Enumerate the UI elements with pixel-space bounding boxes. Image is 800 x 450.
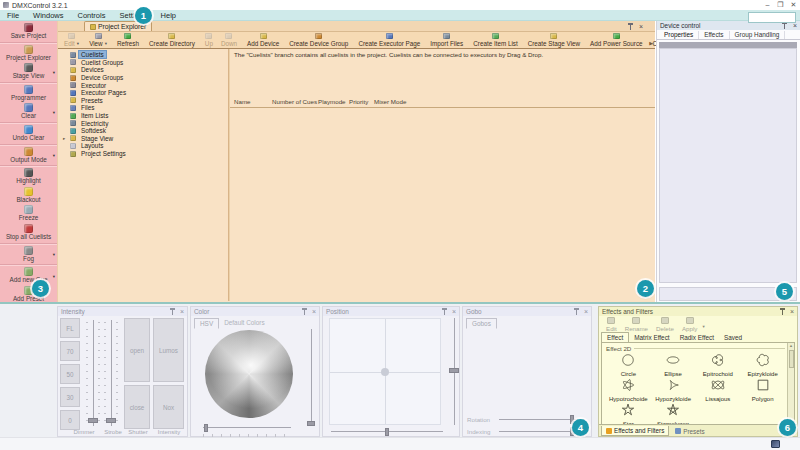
intensity-preset-fl[interactable]: FL <box>60 318 80 338</box>
toolbar-button-refresh[interactable]: Refresh <box>113 33 143 47</box>
effect-item-starpolygon[interactable]: Starpolygon <box>651 403 696 426</box>
toolbar-button-create-stage-view[interactable]: Create Stage View <box>524 33 584 47</box>
tab-effects[interactable]: Effects <box>699 31 729 39</box>
intensity-lumos-button[interactable]: Lumos <box>153 318 184 382</box>
tab-radix-effect[interactable]: Radix Effect <box>675 333 719 342</box>
strobe-slider[interactable] <box>103 320 119 426</box>
dropdown-arrow-icon[interactable]: ▾ <box>105 41 107 46</box>
toolbar-button-create-device-group[interactable]: Create Device Group <box>285 33 352 47</box>
dropdown-arrow-icon[interactable]: ▾ <box>53 252 55 257</box>
dropdown-arrow-icon[interactable]: ▾ <box>53 69 55 74</box>
scroll-up-icon[interactable]: ▲ <box>789 343 793 348</box>
effect-item-polygon[interactable]: Polygon <box>740 378 785 402</box>
sidebar-item-highlight[interactable]: Highlight <box>0 167 57 186</box>
close-icon[interactable]: × <box>180 308 184 315</box>
shutter-close-button[interactable]: close <box>124 385 150 429</box>
intensity-preset-70[interactable]: 70 <box>60 341 80 361</box>
close-icon[interactable]: × <box>793 22 797 29</box>
tree-item-softdesk[interactable]: Softdesk <box>58 127 228 135</box>
sidebar-item-add-new-cue[interactable]: Add new Cue▾ <box>0 266 57 285</box>
tree-item-files[interactable]: Files <box>58 104 228 112</box>
toolbar-button-view[interactable]: View▾ <box>85 33 111 47</box>
tab-group-handling[interactable]: Group Handling <box>730 31 786 39</box>
shutter-open-button[interactable]: open <box>124 318 150 382</box>
menu-windows[interactable]: Windows <box>26 10 70 21</box>
column-header-name[interactable]: Name <box>234 98 272 105</box>
color-wheel[interactable] <box>205 330 293 418</box>
sidebar-item-freeze[interactable]: Freeze <box>0 204 57 223</box>
close-icon[interactable]: × <box>584 308 588 315</box>
bottom-tab-presets[interactable]: Presets <box>671 426 708 436</box>
effect-item-hypotrochoide[interactable]: Hypotrochoide <box>606 378 651 402</box>
tab-gobos[interactable]: Gobos <box>466 318 497 329</box>
sidebar-item-fog[interactable]: Fog▾ <box>0 245 57 264</box>
tab-default-colors[interactable]: Default Colors <box>219 318 270 329</box>
toolbar-button-create-directory[interactable]: Create Directory <box>145 33 199 47</box>
pin-icon[interactable] <box>169 308 176 315</box>
intensity-preset-50[interactable]: 50 <box>60 364 80 384</box>
column-header-priority[interactable]: Priority <box>349 98 374 105</box>
pin-icon[interactable] <box>441 308 448 315</box>
scrollbar-thumb[interactable] <box>789 350 794 368</box>
close-icon[interactable]: × <box>312 308 316 315</box>
pin-icon[interactable] <box>779 308 786 315</box>
effect-item-epizykloide[interactable]: Epizykloide <box>740 353 785 377</box>
toolbar-button-create-item-list[interactable]: Create Item List <box>469 33 521 47</box>
column-header-number-of-cues[interactable]: Number of Cues <box>272 98 318 105</box>
menu-controls[interactable]: Controls <box>71 10 113 21</box>
dropdown-arrow-icon[interactable]: ▾ <box>702 324 704 329</box>
gobo-rotation-slider[interactable]: Rotation <box>467 416 585 423</box>
tree-item-device-groups[interactable]: Device Groups <box>58 74 228 82</box>
menu-file[interactable]: File <box>0 10 26 21</box>
pan-tilt-pad[interactable] <box>329 318 441 425</box>
toolbar-button-add-power-source[interactable]: Add Power Source <box>586 33 647 47</box>
tree-item-project-settings[interactable]: Project Settings <box>58 150 228 158</box>
tree-item-cuelists[interactable]: Cuelists <box>58 51 228 59</box>
tree-item-layouts[interactable]: Layouts <box>58 142 228 150</box>
tilt-slider[interactable] <box>446 318 462 425</box>
sidebar-item-stage-view[interactable]: Stage View▾ <box>0 62 57 81</box>
dropdown-arrow-icon[interactable]: ▾ <box>53 109 55 114</box>
effect-item-star[interactable]: Star <box>606 403 651 426</box>
toolbar-button-create-executor-page[interactable]: Create Executor Page <box>354 33 424 47</box>
tab-matrix-effect[interactable]: Matrix Effect <box>629 333 674 342</box>
toolbar-button-add-device[interactable]: Add Device <box>243 33 283 47</box>
effect-item-lissajous[interactable]: Lissajous <box>696 378 741 402</box>
pin-icon[interactable] <box>781 22 788 29</box>
sidebar-item-blackout[interactable]: Blackout <box>0 186 57 205</box>
dropdown-arrow-icon[interactable]: ▾ <box>53 273 55 278</box>
tree-item-devices[interactable]: Devices <box>58 66 228 74</box>
tree-item-item-lists[interactable]: Item Lists <box>58 112 228 120</box>
effect-item-epitrochoid[interactable]: Epitrochoid <box>696 353 741 377</box>
close-icon[interactable]: × <box>790 308 794 315</box>
tree-item-executor-pages[interactable]: Executor Pages <box>58 89 228 97</box>
minimize-icon[interactable]: – <box>761 0 774 10</box>
tab-effect[interactable]: Effect <box>601 332 629 342</box>
column-header-playmode[interactable]: Playmode <box>318 98 349 105</box>
tree-item-electricity[interactable]: Electricity <box>58 119 228 127</box>
tree-item-stage-view[interactable]: ▸Stage View <box>58 135 228 143</box>
color-vertical-slider[interactable] <box>306 329 316 425</box>
effect-item-ellipse[interactable]: Ellipse <box>651 353 696 377</box>
sidebar-item-programmer[interactable]: Programmer <box>0 84 57 103</box>
intensity-nox-button[interactable]: Nox <box>153 385 184 429</box>
toolbar-overflow-icon[interactable]: ▶ <box>649 40 653 46</box>
pin-icon[interactable] <box>573 308 580 315</box>
sidebar-item-clear[interactable]: Clear▾ <box>0 102 57 121</box>
tab-properties[interactable]: Properties <box>659 31 699 39</box>
sidebar-item-output-mode[interactable]: Output Mode▾ <box>0 146 57 165</box>
dimmer-slider[interactable] <box>85 320 101 426</box>
tree-item-presets[interactable]: Presets <box>58 97 228 105</box>
effect-item-hypozykloide[interactable]: Hypozykloide <box>651 378 696 402</box>
tab-hsv[interactable]: HSV <box>194 318 219 329</box>
pin-icon[interactable] <box>301 308 308 315</box>
dropdown-arrow-icon[interactable]: ▾ <box>77 41 79 46</box>
maximize-icon[interactable]: ❐ <box>774 0 787 10</box>
intensity-preset-30[interactable]: 30 <box>60 387 80 407</box>
position-handle[interactable] <box>381 368 389 376</box>
sidebar-item-save-project[interactable]: Save Project <box>0 22 57 41</box>
expander-icon[interactable]: ▸ <box>63 136 65 141</box>
color-horizontal-slider[interactable] <box>203 423 291 437</box>
toolbar-button-import-files[interactable]: Import Files <box>426 33 467 47</box>
sidebar-item-project-explorer[interactable]: Project Explorer <box>0 44 57 63</box>
